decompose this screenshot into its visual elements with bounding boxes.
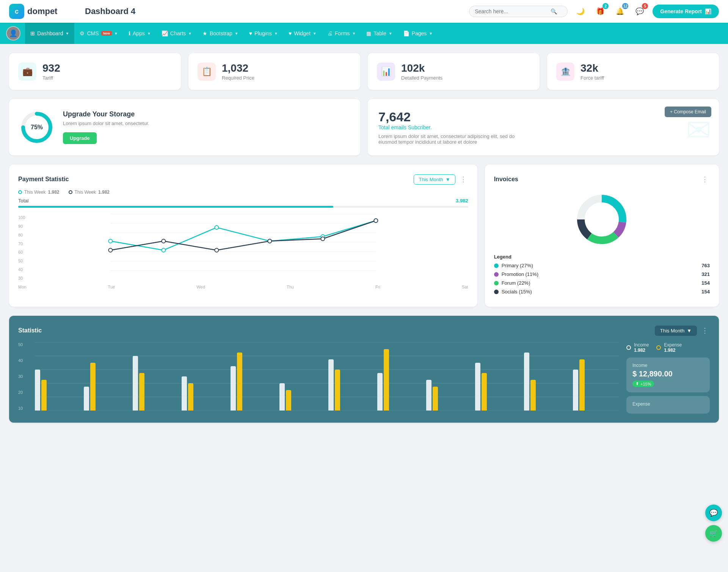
search-icon[interactable]: 🔍: [551, 8, 557, 14]
payment-more-icon[interactable]: ⋮: [458, 174, 468, 185]
search-input[interactable]: [475, 8, 551, 14]
payment-filter-button[interactable]: This Month ▼: [414, 174, 455, 185]
payment-statistic-card: Payment Statistic This Month ▼ ⋮ This We…: [9, 165, 477, 307]
line-chart-area: Mon Tue Wed Thu Fri Sat: [18, 214, 468, 289]
statistic-more-icon[interactable]: ⋮: [700, 325, 710, 336]
legend-item-2: This Week 1.982: [69, 190, 110, 195]
moon-icon-btn[interactable]: 🌙: [574, 5, 587, 18]
income-box: Income $ 12,890.00 ⬆ +15%: [626, 357, 710, 392]
nav-item-apps[interactable]: ℹ Apps ▼: [123, 23, 156, 44]
statistic-y-labels: 50 40 30 20 10: [18, 342, 27, 411]
tariff-label: Tariff: [42, 75, 60, 81]
legend-row-socials: Socials (15%) 154: [494, 289, 710, 295]
logo-icon: c: [9, 4, 24, 19]
required-price-value: 1,032: [222, 62, 254, 74]
payment-title: Payment Statistic: [18, 176, 69, 183]
bar-chart-area: [35, 342, 619, 414]
chat-badge: 5: [642, 3, 648, 9]
force-tariff-icon: 🏦: [556, 63, 574, 81]
pages-chevron-icon: ▼: [429, 31, 433, 36]
detailed-payments-value: 102k: [401, 62, 442, 74]
chart-invoices-row: Payment Statistic This Month ▼ ⋮ This We…: [9, 165, 719, 307]
dashboard-chevron-icon: ▼: [66, 31, 69, 36]
gift-badge: 2: [602, 3, 609, 9]
bar-yellow: [41, 380, 47, 411]
stat-card-info: 932 Tariff: [42, 62, 60, 81]
logo-text: dompet: [27, 6, 57, 16]
detailed-payments-icon: 📊: [377, 63, 395, 81]
nav-bar: 👤 ⊞ Dashboard ▼ ⚙ CMS New ▼ ℹ Apps ▼ 📈 C…: [0, 23, 728, 44]
line-chart-svg: [18, 214, 468, 282]
email-bg-icon: ✉: [686, 113, 711, 148]
bootstrap-chevron-icon: ▼: [235, 31, 238, 36]
bar-white: [426, 380, 431, 411]
invoices-header: Invoices ⋮: [494, 174, 710, 185]
bar-white: [475, 363, 480, 411]
expense-legend-item: Expense 1.982: [656, 342, 682, 353]
chat-icon-btn[interactable]: 💬 5: [633, 5, 646, 18]
svg-point-11: [215, 226, 218, 229]
bar-yellow: [433, 387, 438, 411]
gift-icon-btn[interactable]: 🎁 2: [593, 5, 607, 18]
bar-group: [84, 363, 130, 411]
progress-bar: [18, 206, 468, 208]
invoices-more-icon[interactable]: ⋮: [700, 174, 710, 185]
stat-card-detailed-payments: 📊 102k Detalled Payments: [368, 53, 540, 90]
legend-row: This Week 1.982 This Week 1.982: [18, 190, 468, 195]
bell-icon-btn[interactable]: 🔔 12: [613, 5, 627, 18]
cms-chevron-icon: ▼: [114, 31, 118, 36]
income-amount: $ 12,890.00: [632, 370, 704, 378]
stat-card-force-tariff: 🏦 32k Force tariff: [547, 53, 719, 90]
stat-card-required-price: 📋 1,032 Required Price: [188, 53, 360, 90]
svg-point-9: [108, 239, 112, 243]
bar-groups-container: [35, 342, 619, 411]
apps-nav-icon: ℹ: [129, 30, 130, 36]
storage-percent: 75%: [31, 124, 43, 131]
generate-report-button[interactable]: Generate Report 📊: [653, 5, 719, 18]
nav-item-dashboard[interactable]: ⊞ Dashboard ▼: [25, 23, 74, 44]
invoices-donut-svg: [573, 191, 630, 248]
nav-item-bootstrap[interactable]: ★ Bootstrap ▼: [197, 23, 244, 44]
svg-point-26: [587, 204, 617, 235]
legend-row-forum: Forum (22%) 154: [494, 280, 710, 286]
required-price-icon: 📋: [198, 63, 216, 81]
nav-item-forms[interactable]: 🖨 Forms ▼: [322, 23, 361, 44]
bar-group: [182, 376, 228, 411]
nav-item-pages[interactable]: 📄 Pages ▼: [398, 23, 438, 44]
forms-nav-icon: 🖨: [327, 30, 333, 36]
middle-row: 75% Upgrade Your Storage Lorem ipsum dol…: [9, 99, 719, 155]
bar-white: [524, 353, 529, 411]
force-tariff-label: Force tariff: [581, 75, 604, 81]
legend-row-promotion: Promotion (11%) 321: [494, 271, 710, 277]
nav-item-table[interactable]: ▦ Table ▼: [361, 23, 397, 44]
plugins-chevron-icon: ▼: [274, 31, 278, 36]
storage-desc: Lorem ipsum dolor sit amet, onsectetur.: [63, 121, 149, 126]
bar-yellow: [188, 383, 193, 411]
bar-white: [328, 359, 334, 411]
svg-point-20: [374, 219, 378, 223]
bar-yellow: [482, 373, 487, 411]
bar-yellow: [90, 363, 96, 411]
apps-chevron-icon: ▼: [147, 31, 151, 36]
upgrade-button[interactable]: Upgrade: [63, 132, 97, 144]
bar-group: [475, 363, 521, 411]
svg-point-10: [162, 248, 165, 252]
storage-card: 75% Upgrade Your Storage Lorem ipsum dol…: [9, 99, 360, 155]
statistic-chevron-icon: ▼: [687, 328, 692, 334]
email-count: 7,642: [378, 110, 708, 124]
stat-card-info: 1,032 Required Price: [222, 62, 254, 81]
bar-yellow: [139, 373, 144, 411]
stat-card-info: 32k Force tariff: [581, 62, 604, 81]
nav-item-widget[interactable]: ♥ Widget ▼: [283, 23, 322, 44]
progress-fill: [18, 206, 333, 208]
nav-item-charts[interactable]: 📈 Charts ▼: [156, 23, 197, 44]
bar-white: [182, 376, 187, 411]
x-axis-labels: Mon Tue Wed Thu Fri Sat: [18, 285, 468, 289]
nav-item-cms[interactable]: ⚙ CMS New ▼: [74, 23, 123, 44]
nav-item-plugins[interactable]: ♥ Plugins ▼: [244, 23, 283, 44]
svg-point-17: [215, 248, 218, 252]
income-legend-dot: [626, 345, 631, 350]
bar-white: [231, 366, 236, 411]
income-badge: ⬆ +15%: [632, 381, 654, 387]
statistic-month-filter-button[interactable]: This Month ▼: [655, 326, 697, 336]
